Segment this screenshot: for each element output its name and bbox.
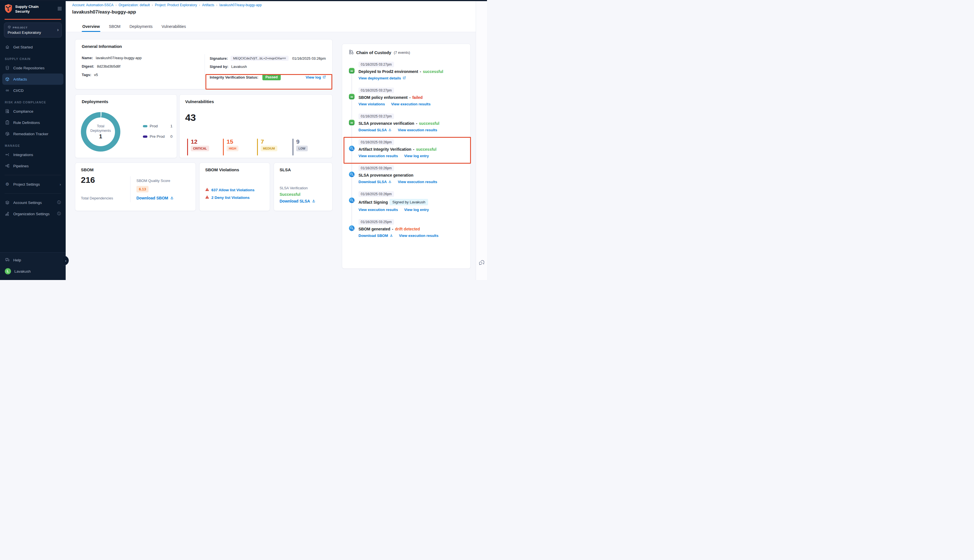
deny-list-violations-link[interactable]: 2 Deny list Violations (205, 195, 250, 200)
download-slsa-link[interactable]: Download SLSA (359, 128, 392, 132)
download-slsa-link[interactable]: Download SLSA (280, 199, 315, 203)
download-sbom-link[interactable]: Download SBOM (359, 233, 393, 238)
cd-pipeline-icon: ∞ (349, 120, 355, 125)
donut-total-value: 1 (99, 133, 102, 140)
view-execution-results-link[interactable]: View execution results (399, 233, 439, 238)
sidebar-item-help[interactable]: ? Help (0, 254, 66, 266)
severity-count: 9 (296, 138, 308, 145)
sbom-card: SBOM 216 Total Dependencies SBOM Quality… (75, 163, 196, 211)
sidebar-item-label: Project Settings (13, 182, 40, 187)
event-title: SLSA provenance verification (359, 121, 414, 126)
sidebar-item-project-settings[interactable]: ⚙ Project Settings › (0, 178, 66, 190)
sidebar-item-compliance[interactable]: Compliance (0, 106, 66, 117)
sidebar-item-organization-settings[interactable]: Organization Settings ⓘ (0, 208, 66, 220)
download-icon (389, 180, 392, 184)
view-execution-results-link[interactable]: View execution results (391, 102, 430, 106)
view-execution-results-link[interactable]: View execution results (359, 154, 398, 158)
sidebar-item-rule-definitions[interactable]: Rule Definitions (0, 117, 66, 128)
signed-by-row: Signed by: Lavakush (210, 65, 326, 69)
project-name: Product Exploratory (8, 30, 58, 35)
tab-vulnerabilities[interactable]: Vulnerabilities (161, 22, 187, 32)
event-status: successful (416, 147, 436, 152)
breadcrumb-artifacts[interactable]: Artifacts (202, 3, 214, 7)
vulnerabilities-card: Vulnerabilities 43 12 CRITICAL 15 HIGH 7… (179, 94, 333, 158)
breadcrumb-project[interactable]: Project: Product Exploratory (155, 3, 197, 7)
view-violations-link[interactable]: View violations (359, 102, 385, 106)
signature-row: Signature: MEQCICde2VjIT...bL+2+mqnOXw==… (210, 56, 326, 61)
sbom-total-label: Total Dependencies (81, 196, 113, 200)
breadcrumb-organization[interactable]: Organization: default (118, 3, 150, 7)
sidebar-user[interactable]: L Lavakush (0, 266, 66, 277)
severity-count: 15 (227, 138, 238, 145)
event-status: drift detected (395, 227, 420, 231)
event-timestamp: 01/16/2025 03:27pm (359, 113, 394, 119)
severity-bar (257, 138, 258, 155)
sidebar-item-get-started[interactable]: Get Started (0, 42, 66, 53)
info-icon[interactable]: ⓘ (57, 211, 61, 216)
ssca-scan-icon (349, 197, 355, 203)
sidebar-item-account-settings[interactable]: Account Settings ⓘ (0, 197, 66, 208)
breadcrumb-separator: › (152, 3, 153, 7)
artifact-digest-value: 8d23bd3b5d8f (97, 64, 120, 68)
ssca-scan-icon (349, 172, 355, 177)
sidebar-item-label: Account Settings (13, 200, 42, 205)
sbom-total: 216 (81, 175, 95, 185)
sidebar-item-integrations[interactable]: Integrations (0, 149, 66, 160)
sidebar-item-cicd[interactable]: ∞ CI/CD (0, 85, 66, 96)
infinity-icon: ∞ (5, 88, 10, 93)
breadcrumb-separator: › (199, 3, 200, 7)
signed-by-value: Lavakush (231, 65, 247, 69)
module-grid-icon[interactable] (57, 7, 62, 12)
allow-list-violations-link[interactable]: 637 Allow list Violations (205, 188, 255, 192)
chevron-right-icon: › (60, 182, 61, 187)
view-log-entry-link[interactable]: View log entry (404, 208, 429, 212)
sidebar-item-artifacts[interactable]: Artifacts (2, 73, 63, 85)
warning-triangle-icon (205, 188, 209, 192)
avatar: L (5, 268, 11, 274)
event-timestamp: 01/16/2025 03:25pm (359, 219, 394, 225)
brand-accent-line (5, 19, 61, 20)
artifact-digest-row: Digest: 8d23bd3b5d8f (82, 64, 200, 68)
cd-pipeline-icon: ∞ (349, 94, 355, 100)
donut-center-label: TotalDeployments (90, 124, 111, 133)
signature-timestamp: 01/16/2025 03:26pm (292, 56, 326, 60)
event-timestamp: 01/16/2025 03:27pm (359, 62, 394, 67)
help-chat-icon: ? (5, 258, 10, 262)
tab-sbom[interactable]: SBOM (108, 22, 121, 32)
download-sbom-link[interactable]: Download SBOM (137, 196, 173, 200)
sidebar-item-label: CI/CD (13, 88, 24, 93)
organization-icon (5, 212, 10, 216)
sidebar-divider (5, 193, 61, 193)
sbom-quality-label: SBOM Quality Score (137, 178, 170, 183)
view-execution-results-link[interactable]: View execution results (398, 128, 437, 132)
view-deployment-details-link[interactable]: View deployment details (359, 76, 406, 80)
breadcrumb-current[interactable]: lavakush07/easy-buggy-app (219, 3, 262, 7)
tab-overview[interactable]: Overview (82, 22, 100, 32)
legend-count: 1 (170, 124, 172, 128)
view-execution-results-link[interactable]: View execution results (359, 208, 398, 212)
sidebar-item-label: Code Repositories (13, 66, 45, 70)
supply-chain-security-shield-logo (5, 4, 12, 14)
sidebar-item-pipelines[interactable]: Pipelines (0, 160, 66, 172)
tab-deployments[interactable]: Deployments (129, 22, 153, 32)
artifact-name-value: lavakush07/easy-buggy-app (96, 56, 142, 60)
breadcrumb-account[interactable]: Account: Automation-SSCA (72, 3, 113, 7)
view-log-link[interactable]: View log (305, 75, 326, 80)
sidebar-item-remediation-tracker[interactable]: Remediation Tracker (0, 128, 66, 140)
event-timestamp: 01/16/2025 03:26pm (359, 191, 394, 197)
event-timestamp: 01/16/2025 03:26pm (359, 165, 394, 171)
artifact-box-icon (5, 77, 10, 82)
view-log-entry-link[interactable]: View log entry (404, 154, 429, 158)
project-selector[interactable]: PROJECT Product Exploratory › (4, 23, 62, 37)
event-title: SBOM policy enforcement (359, 95, 407, 100)
view-execution-results-link[interactable]: View execution results (398, 180, 437, 184)
legend-swatch (143, 135, 147, 138)
pipelines-icon (5, 164, 10, 168)
deployments-card: Deployments TotalDeployments 1 Prod 1 Pr… (75, 94, 177, 158)
support-chat-icon[interactable] (479, 260, 485, 267)
chain-of-custody-icon (349, 50, 354, 55)
download-slsa-link[interactable]: Download SLSA (359, 180, 392, 184)
severity-bar (223, 138, 224, 155)
info-icon[interactable]: ⓘ (57, 200, 61, 205)
sidebar-item-code-repositories[interactable]: Code Repositories (0, 62, 66, 73)
